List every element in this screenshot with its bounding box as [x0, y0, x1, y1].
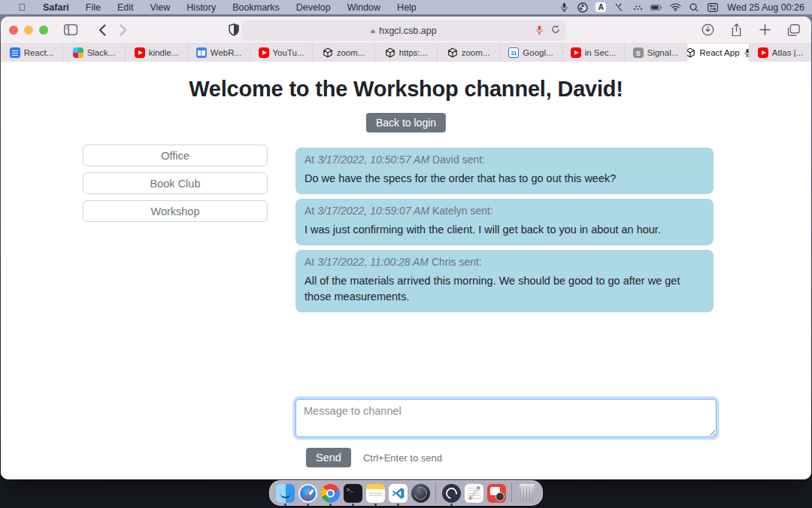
tab-react-doc[interactable]: React... [1, 44, 63, 62]
menu-develop[interactable]: Develop [288, 2, 339, 13]
dots-status-icon[interactable] [632, 2, 644, 13]
menu-safari[interactable]: Safari [35, 2, 77, 13]
message-sender: Katelyn sent: [432, 205, 493, 217]
dock [269, 480, 543, 506]
input-source-icon[interactable]: A [595, 2, 606, 12]
signal-favicon [633, 47, 644, 58]
message-body: All of the materials arrived this mornin… [304, 273, 704, 305]
dock-vscode-icon[interactable] [388, 484, 408, 503]
send-hint: Ctrl+Enter to send [363, 452, 442, 464]
tab-kindle[interactable]: kindle... [126, 44, 188, 62]
spotlight-search-icon[interactable] [688, 2, 700, 13]
message-at: At [304, 256, 314, 268]
tab-label: React App [699, 48, 739, 57]
close-window-button[interactable] [9, 26, 18, 35]
tab-label: WebR... [211, 48, 241, 57]
google-calendar-favicon [508, 47, 519, 58]
message-sender: David sent: [432, 154, 485, 166]
tab-https[interactable]: https:... [375, 44, 438, 62]
menu-help[interactable]: Help [389, 2, 425, 13]
zoom-window-button[interactable] [39, 26, 48, 35]
youtube-favicon [758, 47, 768, 58]
apple-menu-icon[interactable]:  [9, 2, 35, 13]
page-title: Welcome to the Workshop channel, David! [1, 77, 811, 102]
tab-zoom-1[interactable]: zoom... [313, 44, 375, 62]
obs-status-icon[interactable] [577, 2, 589, 13]
app-menus: Safari File Edit View History Bookmarks … [35, 2, 425, 13]
tab-label: zoom... [337, 48, 365, 57]
tab-signal[interactable]: Signal... [625, 44, 687, 62]
dock-terminal-icon[interactable] [343, 484, 362, 503]
share-button[interactable] [726, 20, 747, 40]
tab-youtube[interactable]: YouTu... [250, 44, 313, 62]
tab-slack[interactable]: Slack... [63, 44, 126, 62]
sidebar-toggle-button[interactable] [60, 20, 81, 40]
message-input[interactable] [295, 399, 717, 437]
address-mic-icon[interactable] [535, 25, 544, 37]
downloads-button[interactable] [697, 20, 718, 40]
dock-safari-icon[interactable] [298, 484, 317, 503]
menu-bookmarks[interactable]: Bookmarks [224, 2, 288, 13]
cube-favicon [385, 47, 395, 58]
dock-notes-icon[interactable] [365, 484, 385, 503]
battery-icon[interactable] [650, 2, 662, 13]
message-list: At 3/17/2022, 10:50:57 AM David sent: Do… [295, 148, 714, 317]
dock-photos-app-icon[interactable] [486, 484, 506, 503]
back-button[interactable] [92, 20, 113, 40]
menu-window[interactable]: Window [339, 2, 389, 13]
channel-button-office[interactable]: Office [83, 144, 268, 166]
tab-atlas[interactable]: Atlas |... [750, 44, 811, 62]
back-to-login-button[interactable]: Back to login [366, 113, 446, 132]
tab-label: Atlas |... [772, 48, 803, 57]
youtube-favicon [259, 47, 269, 58]
url-text: hxgcl.csb.app [379, 26, 436, 36]
dock-textedit-icon[interactable] [464, 484, 483, 503]
menu-view[interactable]: View [141, 2, 178, 13]
message-at: At [304, 154, 314, 166]
web-page: Welcome to the Workshop channel, David! … [1, 62, 811, 479]
address-bar[interactable]: 🔒︎ hxgcl.csb.app [241, 20, 566, 41]
channel-button-book-club[interactable]: Book Club [83, 172, 268, 194]
message-header: At 3/17/2022, 10:50:57 AM David sent: [304, 154, 704, 166]
tab-overview-button[interactable] [783, 20, 804, 40]
dock-finder-icon[interactable] [275, 484, 295, 503]
microphone-status-icon[interactable] [558, 2, 570, 13]
send-row: Send Ctrl+Enter to send [306, 448, 442, 467]
forward-button[interactable] [113, 20, 134, 40]
dock-chrome-icon[interactable] [320, 484, 340, 503]
lock-icon: 🔒︎ [371, 26, 375, 35]
menu-clock[interactable]: Wed 25 Aug 00:26 [726, 2, 804, 13]
message-time: 3/17/2022, 11:00:28 AM [317, 256, 429, 268]
control-center-icon[interactable] [707, 2, 719, 13]
wifi-icon[interactable] [669, 2, 681, 13]
minimize-window-button[interactable] [24, 26, 33, 35]
youtube-favicon [571, 47, 581, 58]
tab-label: Googl... [523, 48, 553, 57]
tab-zoom-2[interactable]: zoom... [438, 44, 500, 62]
dock-trash-icon[interactable] [517, 484, 537, 503]
pencil-slash-icon[interactable] [613, 2, 625, 13]
new-tab-button[interactable] [754, 20, 775, 40]
dock-sphere-app-icon[interactable] [411, 484, 430, 503]
reload-icon[interactable] [551, 25, 560, 36]
tab-label: YouTu... [273, 48, 304, 57]
menu-bar:  Safari File Edit View History Bookmark… [0, 0, 812, 14]
tab-label: zoom... [462, 48, 490, 57]
tab-google-calendar[interactable]: Googl... [500, 44, 562, 62]
tab-label: https:... [399, 48, 428, 57]
menu-history[interactable]: History [178, 2, 224, 13]
tab-in-sec[interactable]: in Sec... [562, 44, 625, 62]
tab-label: in Sec... [585, 48, 617, 57]
youtube-favicon [135, 47, 145, 58]
menu-file[interactable]: File [77, 2, 109, 13]
send-button[interactable]: Send [306, 448, 351, 467]
dock-obs-icon[interactable] [441, 484, 461, 503]
channel-list: Office Book Club Workshop [83, 144, 268, 222]
tab-webrtc[interactable]: WebR... [188, 44, 250, 62]
cube-favicon [323, 47, 333, 58]
channel-button-workshop[interactable]: Workshop [83, 200, 268, 222]
menu-edit[interactable]: Edit [109, 2, 142, 13]
tab-react-app-active[interactable]: React App [687, 44, 750, 62]
cube-favicon [687, 47, 695, 58]
tab-audio-mic-icon[interactable] [744, 48, 750, 57]
